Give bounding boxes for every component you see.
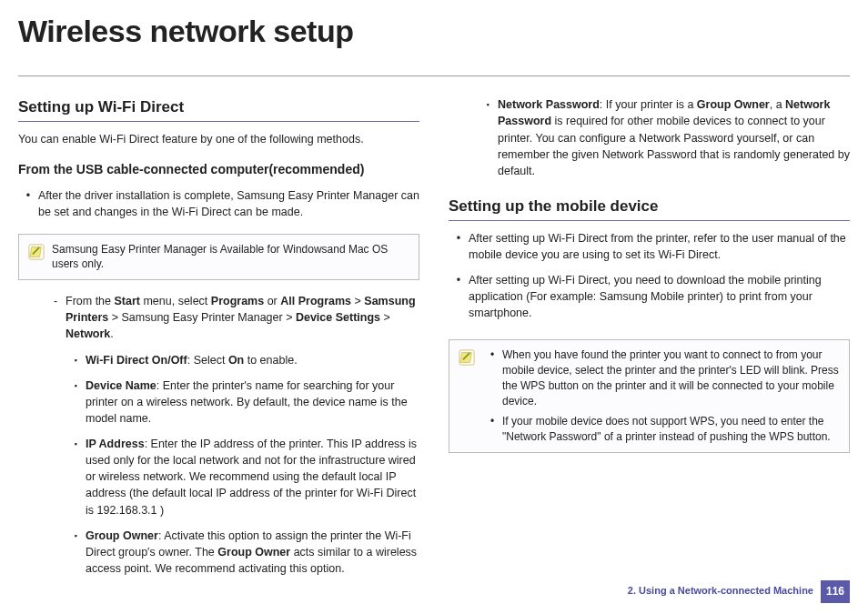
sub-group-owner: Group Owner: Activate this option to ass… <box>18 528 419 577</box>
right-column: Network Password: If your printer is a G… <box>449 96 850 586</box>
note-box-mobile: When you have found the printer you want… <box>449 339 850 453</box>
note-icon <box>28 244 45 260</box>
sub-text: Group Owner: Activate this option to ass… <box>86 528 419 577</box>
sub-device-name: Device Name: Enter the printer's name fo… <box>18 377 419 427</box>
chapter-label: 2. Using a Network-connected Machine <box>628 584 813 599</box>
page-footer: 2. Using a Network-connected Machine 116 <box>628 580 850 603</box>
bullet-icon <box>449 272 469 321</box>
note-bullet-led: When you have found the printer you want… <box>482 347 840 408</box>
note-text: Samsung Easy Printer Manager is Availabl… <box>52 242 409 273</box>
bullet-icon <box>66 352 86 368</box>
sub-ip-address: IP Address: Enter the IP address of the … <box>18 436 419 518</box>
bullet-icon <box>478 96 498 179</box>
bullet-icon <box>66 377 86 427</box>
bullet-download-app: After setting up Wi-Fi Direct, you need … <box>449 272 850 321</box>
intro-text: You can enable Wi-Fi Direct feature by o… <box>18 131 419 147</box>
bullet-text: After setting up Wi-Fi Direct from the p… <box>469 230 850 263</box>
bullet-icon <box>482 414 502 445</box>
heading-wifi-direct: Setting up Wi-Fi Direct <box>18 96 419 122</box>
sub-text: Wi-Fi Direct On/Off: Select On to enable… <box>86 352 298 368</box>
content-columns: Setting up Wi-Fi Direct You can enable W… <box>18 96 850 586</box>
note-content: When you have found the printer you want… <box>482 347 840 445</box>
note-text: If your mobile device does not support W… <box>502 414 840 445</box>
heading-mobile-device: Setting up the mobile device <box>449 196 850 221</box>
page-title: Wireless network setup <box>18 9 850 59</box>
bullet-after-setup-manual: After setting up Wi-Fi Direct from the p… <box>449 230 850 263</box>
page-number: 116 <box>821 580 850 603</box>
bullet-text: After setting up Wi-Fi Direct, you need … <box>469 272 850 321</box>
sub-text: Device Name: Enter the printer's name fo… <box>86 377 419 427</box>
nav-path-row: From the Start menu, select Programs or … <box>18 293 419 342</box>
nav-path-text: From the Start menu, select Programs or … <box>66 293 419 342</box>
bullet-driver-install: After the driver installation is complet… <box>18 187 419 220</box>
bullet-icon <box>66 436 86 518</box>
bullet-icon <box>482 347 502 408</box>
note-box-os: Samsung Easy Printer Manager is Availabl… <box>18 234 419 281</box>
note-icon <box>459 349 475 366</box>
bullet-icon <box>18 187 38 220</box>
sub-text: IP Address: Enter the IP address of the … <box>86 436 419 518</box>
bullet-icon <box>449 230 469 263</box>
left-column: Setting up Wi-Fi Direct You can enable W… <box>18 96 419 586</box>
sub-wifi-onoff: Wi-Fi Direct On/Off: Select On to enable… <box>18 352 419 368</box>
title-rule <box>18 75 850 76</box>
heading-usb-recommended: From the USB cable-connected computer(re… <box>18 160 419 178</box>
bullet-icon <box>66 528 86 577</box>
note-bullet-wps: If your mobile device does not support W… <box>482 414 840 445</box>
sub-text: Network Password: If your printer is a G… <box>498 96 850 179</box>
bullet-icon <box>45 293 66 342</box>
bullet-text: After the driver installation is complet… <box>38 187 419 220</box>
note-text: When you have found the printer you want… <box>502 347 840 408</box>
sub-network-password: Network Password: If your printer is a G… <box>449 96 850 179</box>
